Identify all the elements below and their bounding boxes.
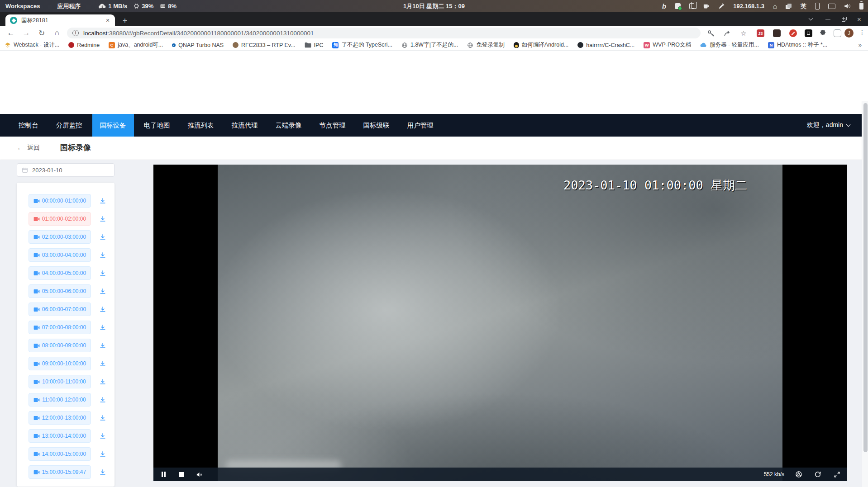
bookmark-14[interactable]: NHDAtmos :: 种子 *... <box>768 41 827 49</box>
battery-tray-icon[interactable] <box>859 3 863 9</box>
back-button[interactable]: ← 返回 <box>17 144 40 152</box>
scrollbar-thumb[interactable] <box>863 103 868 452</box>
input-language-indicator[interactable]: 英 <box>801 2 806 10</box>
record-chip[interactable]: 06:00:00-07:00:00 <box>29 303 91 316</box>
record-chip[interactable]: 08:00:00-09:00:00 <box>29 339 91 352</box>
record-chip[interactable]: 10:00:00-11:00:00 <box>29 375 91 388</box>
refresh-icon[interactable] <box>814 471 821 478</box>
record-download-button[interactable] <box>99 378 106 385</box>
player-pause-button[interactable] <box>160 471 167 478</box>
record-download-button[interactable] <box>99 251 106 259</box>
nav-tab-7[interactable]: 云端录像 <box>268 114 310 137</box>
record-download-button[interactable] <box>99 233 106 241</box>
nav-tab-5[interactable]: 推流列表 <box>180 114 222 137</box>
scrollbar-track[interactable] <box>862 101 868 487</box>
bookmark-5[interactable]: RFC2833 – RTP Ev... <box>233 42 296 48</box>
record-download-button[interactable] <box>99 414 106 421</box>
extension-blocker-icon[interactable] <box>789 29 797 37</box>
record-download-button[interactable] <box>99 197 106 204</box>
workspaces-tray-icon[interactable] <box>786 3 792 9</box>
record-chip[interactable]: 05:00:00-06:00:00 <box>29 284 91 298</box>
extension-bottle-icon[interactable] <box>773 29 781 37</box>
record-chip[interactable]: 07:00:00-08:00:00 <box>29 321 91 334</box>
bookmark-6[interactable]: IPC <box>305 42 324 48</box>
browser-home-button[interactable]: ⌂ <box>51 26 63 40</box>
nav-tab-10[interactable]: 用户管理 <box>400 114 441 137</box>
fullscreen-icon[interactable] <box>833 471 840 478</box>
clipboard-tray-icon[interactable] <box>689 3 694 9</box>
date-picker[interactable]: 2023-01-10 <box>17 163 114 177</box>
bookmark-12[interactable]: WWVP-PRO文档 <box>644 41 691 49</box>
extensions-puzzle-icon[interactable] <box>819 29 827 38</box>
record-chip[interactable]: 04:00:00-05:00:00 <box>29 266 91 280</box>
bookmark-8[interactable]: 1.8W字|了不起的... <box>401 41 458 49</box>
bookmark-9[interactable]: 免登录复制 <box>467 41 505 49</box>
profile-avatar[interactable]: J <box>844 28 854 38</box>
ip-address[interactable]: 192.168.1.3 <box>733 3 764 9</box>
nav-tab-1[interactable]: 控制台 <box>11 114 46 137</box>
phone-tray-icon[interactable] <box>815 3 820 9</box>
player-stop-button[interactable] <box>178 471 185 478</box>
window-close-button[interactable]: × <box>857 12 861 26</box>
record-chip[interactable]: 02:00:00-03:00:00 <box>29 230 91 244</box>
record-chip[interactable]: 01:00:00-02:00:00 <box>29 212 91 226</box>
nav-tab-8[interactable]: 节点管理 <box>312 114 353 137</box>
pipette-tray-icon[interactable] <box>718 3 725 9</box>
nav-tab-2[interactable]: 分屏监控 <box>48 114 90 137</box>
record-chip[interactable]: 09:00:00-10:00:00 <box>29 357 91 370</box>
record-download-button[interactable] <box>99 396 106 403</box>
app-tray-icon[interactable] <box>675 3 681 9</box>
record-download-button[interactable] <box>99 306 106 313</box>
browser-back-button[interactable]: ← <box>5 26 17 40</box>
bookmark-star-icon[interactable]: ☆ <box>739 29 748 38</box>
nav-tab-9[interactable]: 国标级联 <box>356 114 397 137</box>
bookmark-2[interactable]: Redmine <box>68 42 100 48</box>
home-tray-icon[interactable]: ⌂ <box>773 2 777 10</box>
address-bar[interactable]: i localhost:38080/#/gbRecordDetail/34020… <box>67 28 701 38</box>
record-download-button[interactable] <box>99 468 106 476</box>
bookmark-4[interactable]: QNAP Turbo NAS <box>172 42 224 48</box>
tab-search-icon[interactable] <box>809 12 812 26</box>
volume-tray-icon[interactable] <box>844 3 851 9</box>
bookmark-10[interactable]: 如何编译Android... <box>514 41 569 49</box>
nav-tab-6[interactable]: 拉流代理 <box>224 114 266 137</box>
display-tray-icon[interactable] <box>828 4 835 9</box>
snapshot-shutter-icon[interactable] <box>795 471 802 478</box>
bookmark-1[interactable]: Webstack - 设计... <box>5 41 59 49</box>
record-chip[interactable]: 03:00:00-04:00:00 <box>29 248 91 262</box>
record-chip[interactable]: 12:00:00-13:00:00 <box>29 411 91 425</box>
bookmark-3[interactable]: Cjava、android可... <box>109 41 163 49</box>
share-icon[interactable] <box>723 29 731 38</box>
video-player[interactable]: 2023-01-10 01:00:00 星期二 552 kb/s <box>153 165 847 481</box>
record-download-button[interactable] <box>99 270 106 277</box>
bookmarks-overflow-icon[interactable]: » <box>858 42 862 48</box>
coffee-tray-icon[interactable] <box>703 3 710 9</box>
player-mute-icon[interactable] <box>196 471 203 478</box>
browser-tab[interactable]: 国标28181 × <box>5 14 115 26</box>
bing-tray-icon[interactable]: b <box>662 2 666 10</box>
bookmark-11[interactable]: hairrrrr/C-CrashC... <box>577 42 634 48</box>
extension-outline-icon[interactable] <box>834 29 841 37</box>
record-download-button[interactable] <box>99 324 106 331</box>
record-download-button[interactable] <box>99 288 106 295</box>
site-info-icon[interactable]: i <box>72 30 79 36</box>
bookmark-13[interactable]: 服务器 - 轻量应用... <box>700 41 759 49</box>
browser-reload-button[interactable]: ↻ <box>35 26 48 40</box>
record-chip[interactable]: 00:00:00-01:00:00 <box>29 194 91 208</box>
window-restore-button[interactable] <box>842 12 847 26</box>
record-download-button[interactable] <box>99 215 106 222</box>
browser-forward-button[interactable]: → <box>20 26 33 40</box>
bookmark-7[interactable]: 知了不起的 TypeScri... <box>332 41 392 49</box>
extension-js-icon[interactable]: JS <box>757 29 764 37</box>
nav-tab-4[interactable]: 电子地图 <box>136 114 178 137</box>
password-key-icon[interactable] <box>707 29 715 38</box>
window-minimize-button[interactable] <box>825 12 830 26</box>
browser-menu-icon[interactable]: ⋮ <box>859 29 865 36</box>
record-download-button[interactable] <box>99 342 106 349</box>
new-tab-button[interactable]: + <box>119 15 130 26</box>
record-download-button[interactable] <box>99 432 106 440</box>
record-download-button[interactable] <box>99 450 106 458</box>
user-menu[interactable]: 欢迎，admin <box>807 114 850 137</box>
record-chip[interactable]: 15:00:00-15:09:47 <box>29 465 91 479</box>
record-chip[interactable]: 11:00:00-12:00:00 <box>29 393 91 407</box>
